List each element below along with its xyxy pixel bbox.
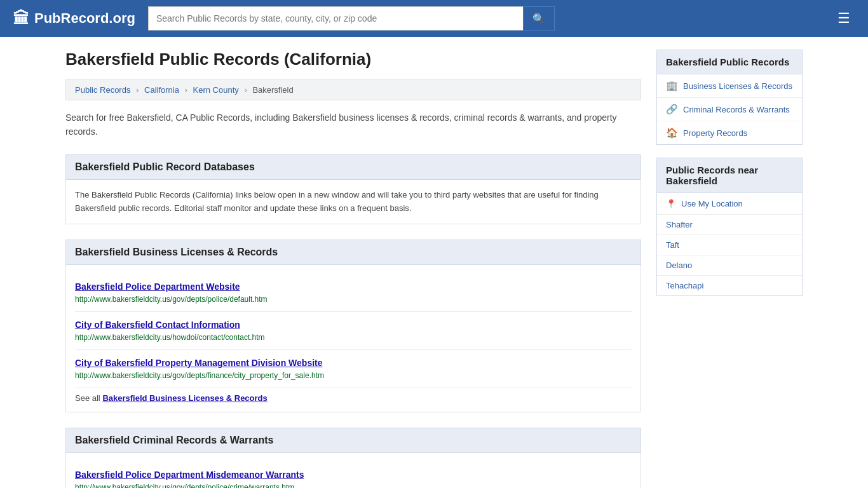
site-logo[interactable]: 🏛 PubRecord.org [13, 9, 135, 29]
see-all-link[interactable]: Bakersfield Business Licenses & Records [102, 393, 267, 403]
record-link-1[interactable]: Bakersfield Police Department Website [75, 281, 632, 292]
main-container: Bakersfield Public Records (California) … [53, 37, 815, 488]
databases-description: The Bakersfield Public Records (Californ… [75, 189, 632, 215]
record-item-3: City of Bakersfield Property Management … [75, 350, 632, 388]
page-description: Search for free Bakersfield, CA Public R… [65, 111, 641, 139]
databases-section-header: Bakersfield Public Record Databases [65, 154, 641, 180]
criminal-record-url-1[interactable]: http://www.bakersfieldcity.us/gov/depts/… [75, 483, 294, 488]
breadcrumb-current: Bakersfield [252, 85, 293, 95]
sidebar-item-criminal[interactable]: 🔗 Criminal Records & Warrants [657, 98, 802, 121]
logo-text: PubRecord.org [34, 10, 135, 27]
link-icon: 🔗 [666, 104, 678, 115]
record-url-1[interactable]: http://www.bakersfieldcity.us/gov/depts/… [75, 295, 268, 304]
menu-icon: ☰ [837, 10, 850, 26]
record-link-3[interactable]: City of Bakersfield Property Management … [75, 358, 632, 368]
record-url-3[interactable]: http://www.bakersfieldcity.us/gov/depts/… [75, 371, 324, 380]
building-icon: 🏢 [666, 80, 678, 92]
criminal-record-link-1[interactable]: Bakersfield Police Department Misdemeano… [75, 470, 632, 480]
breadcrumb-link-public-records[interactable]: Public Records [75, 85, 130, 95]
breadcrumb-link-kern-county[interactable]: Kern County [193, 85, 239, 95]
see-all-line: See all Bakersfield Business Licenses & … [75, 388, 632, 403]
search-input[interactable] [148, 6, 523, 30]
see-all-prefix: See all [75, 393, 102, 403]
record-item-1: Bakersfield Police Department Website ht… [75, 274, 632, 312]
sidebar-nearby-tehachapi[interactable]: Tehachapi [657, 276, 802, 295]
breadcrumb: Public Records › California › Kern Count… [65, 79, 641, 100]
sidebar-nearby-box: Public Records near Bakersfield 📍 Use My… [656, 158, 803, 296]
sidebar-nearby-delano[interactable]: Delano [657, 255, 802, 276]
search-button[interactable]: 🔍 [523, 6, 555, 30]
breadcrumb-sep-1: › [136, 85, 139, 95]
record-link-2[interactable]: City of Bakersfield Contact Information [75, 320, 632, 330]
logo-icon: 🏛 [13, 9, 29, 29]
sidebar-item-property[interactable]: 🏠 Property Records [657, 121, 802, 144]
criminal-section-header: Bakersfield Criminal Records & Warrants [65, 428, 641, 453]
sidebar-item-property-label: Property Records [683, 128, 747, 138]
business-section-header: Bakersfield Business Licenses & Records [65, 240, 641, 265]
breadcrumb-sep-2: › [185, 85, 187, 95]
search-icon: 🔍 [532, 13, 545, 24]
sidebar-nearby-title: Public Records near Bakersfield [657, 158, 802, 193]
record-url-2[interactable]: http://www.bakersfieldcity.us/howdoi/con… [75, 333, 265, 342]
criminal-record-item-1: Bakersfield Police Department Misdemeano… [75, 462, 632, 488]
use-location-item[interactable]: 📍 Use My Location [657, 193, 802, 215]
breadcrumb-link-california[interactable]: California [144, 85, 179, 95]
sidebar-nearby-taft[interactable]: Taft [657, 235, 802, 255]
sidebar-item-business[interactable]: 🏢 Business Licenses & Records [657, 74, 802, 98]
location-icon: 📍 [666, 199, 676, 208]
site-header: 🏛 PubRecord.org 🔍 ☰ [0, 0, 868, 37]
sidebar-item-criminal-label: Criminal Records & Warrants [683, 105, 790, 114]
page-title: Bakersfield Public Records (California) [65, 50, 641, 69]
sidebar-public-records-box: Bakersfield Public Records 🏢 Business Li… [656, 50, 803, 145]
menu-button[interactable]: ☰ [832, 8, 855, 29]
house-icon: 🏠 [666, 127, 678, 139]
breadcrumb-sep-3: › [244, 85, 247, 95]
use-location-label: Use My Location [681, 199, 743, 208]
content-area: Bakersfield Public Records (California) … [65, 50, 641, 488]
sidebar-item-business-label: Business Licenses & Records [683, 81, 792, 91]
business-section-content: Bakersfield Police Department Website ht… [65, 265, 641, 412]
sidebar: Bakersfield Public Records 🏢 Business Li… [656, 50, 803, 488]
record-item-2: City of Bakersfield Contact Information … [75, 312, 632, 350]
sidebar-nearby-shafter[interactable]: Shafter [657, 215, 802, 235]
criminal-section-content: Bakersfield Police Department Misdemeano… [65, 453, 641, 488]
search-form: 🔍 [148, 6, 555, 30]
databases-section-content: The Bakersfield Public Records (Californ… [65, 180, 641, 225]
sidebar-public-records-title: Bakersfield Public Records [657, 50, 802, 74]
